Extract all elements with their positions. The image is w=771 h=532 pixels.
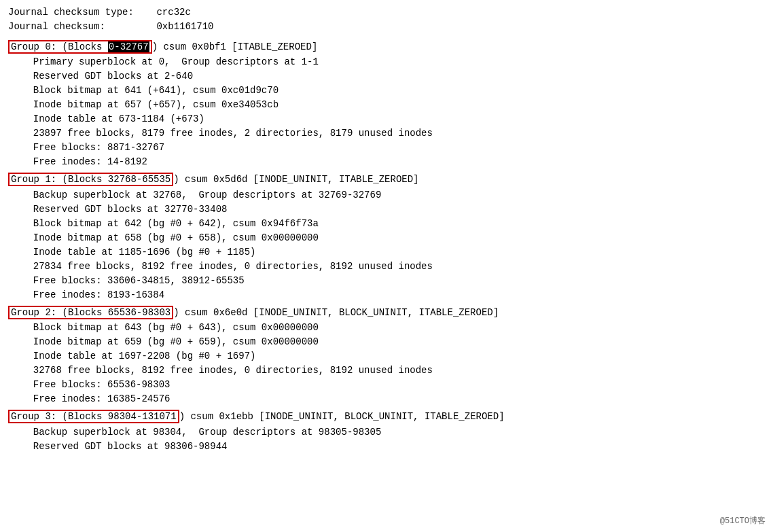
group-2-header-prefix: Group 2: (Blocks <box>11 307 108 318</box>
terminal-output: Journal checksum type: crc32c Journal ch… <box>8 5 763 454</box>
group-1-line-2: Block bitmap at 642 (bg #0 + 642), csum … <box>22 217 763 231</box>
group-0-header-suffix: ) csum 0x0bf1 [ITABLE_ZEROED] <box>152 41 318 52</box>
group-3-header-suffix: ) csum 0x1ebb [INODE_UNINIT, BLOCK_UNINI… <box>179 411 505 422</box>
group-1-header-box: Group 1: (Blocks 32768-65535 <box>8 173 173 186</box>
group-2-header: Group 2: (Blocks 65536-98303) csum 0x6e0… <box>8 305 763 320</box>
watermark: @51CTO博客 <box>720 515 766 527</box>
group-1-line-7: Free inodes: 8193-16384 <box>22 288 763 302</box>
groups-container: Group 0: (Blocks 0-32767) csum 0x0bf1 [I… <box>8 39 763 454</box>
group-3-header-box: Group 3: (Blocks 98304-131071 <box>8 410 179 423</box>
group-2-line-2: Inode table at 1697-2208 (bg #0 + 1697) <box>22 349 763 363</box>
group-3: Group 3: (Blocks 98304-131071) csum 0x1e… <box>8 409 763 453</box>
group-1-line-3: Inode bitmap at 658 (bg #0 + 658), csum … <box>22 231 763 245</box>
group-2: Group 2: (Blocks 65536-98303) csum 0x6e0… <box>8 305 763 406</box>
group-1: Group 1: (Blocks 32768-65535) csum 0x5d6… <box>8 172 763 302</box>
group-0-header-box: Group 0: (Blocks 0-32767 <box>8 40 152 54</box>
group-1-header-prefix: Group 1: (Blocks <box>11 174 108 185</box>
group-1-line-1: Reserved GDT blocks at 32770-33408 <box>22 202 763 217</box>
group-0-line-4: Inode table at 673-1184 (+673) <box>22 112 763 126</box>
group-2-header-range: 65536-98303 <box>108 307 171 318</box>
group-2-line-4: Free blocks: 65536-98303 <box>22 378 763 392</box>
group-0-line-2: Block bitmap at 641 (+641), csum 0xc01d9… <box>22 84 763 98</box>
group-0-header: Group 0: (Blocks 0-32767) csum 0x0bf1 [I… <box>8 39 763 54</box>
group-3-header: Group 3: (Blocks 98304-131071) csum 0x1e… <box>8 409 763 424</box>
group-0-line-0: Primary superblock at 0, Group descripto… <box>22 55 763 69</box>
group-1-line-4: Inode table at 1185-1696 (bg #0 + 1185) <box>22 245 763 260</box>
header-section: Journal checksum type: crc32c Journal ch… <box>8 5 763 34</box>
group-3-header-prefix: Group 3: (Blocks <box>11 411 108 422</box>
group-1-header-range: 32768-65535 <box>108 174 171 185</box>
group-1-line-0: Backup superblock at 32768, Group descri… <box>22 188 763 202</box>
group-1-line-6: Free blocks: 33606-34815, 38912-65535 <box>22 274 763 288</box>
group-0-header-prefix: Group 0: (Blocks <box>11 41 108 52</box>
group-3-line-1: Reserved GDT blocks at 98306-98944 <box>22 440 763 454</box>
group-1-header: Group 1: (Blocks 32768-65535) csum 0x5d6… <box>8 172 763 187</box>
group-3-header-range: 98304-131071 <box>108 411 177 422</box>
journal-checksum-line: Journal checksum: 0xb1161710 <box>8 20 763 34</box>
group-2-line-5: Free inodes: 16385-24576 <box>22 392 763 406</box>
group-0-line-5: 23897 free blocks, 8179 free inodes, 2 d… <box>22 126 763 141</box>
group-2-header-box: Group 2: (Blocks 65536-98303 <box>8 306 173 319</box>
group-0: Group 0: (Blocks 0-32767) csum 0x0bf1 [I… <box>8 39 763 169</box>
group-0-line-7: Free inodes: 14-8192 <box>22 155 763 169</box>
group-2-line-1: Inode bitmap at 659 (bg #0 + 659), csum … <box>22 335 763 349</box>
group-0-line-6: Free blocks: 8871-32767 <box>22 141 763 155</box>
group-1-header-suffix: ) csum 0x5d6d [INODE_UNINIT, ITABLE_ZERO… <box>173 174 418 185</box>
group-0-line-3: Inode bitmap at 657 (+657), csum 0xe3405… <box>22 98 763 112</box>
journal-checksum-type-line: Journal checksum type: crc32c <box>8 5 763 20</box>
group-2-header-suffix: ) csum 0x6e0d [INODE_UNINIT, BLOCK_UNINI… <box>173 307 499 318</box>
group-0-line-1: Reserved GDT blocks at 2-640 <box>22 69 763 84</box>
group-0-header-range: 0-32767 <box>108 41 149 52</box>
group-2-line-3: 32768 free blocks, 8192 free inodes, 0 d… <box>22 363 763 378</box>
group-1-line-5: 27834 free blocks, 8192 free inodes, 0 d… <box>22 260 763 274</box>
group-3-line-0: Backup superblock at 98304, Group descri… <box>22 425 763 440</box>
group-2-line-0: Block bitmap at 643 (bg #0 + 643), csum … <box>22 321 763 335</box>
